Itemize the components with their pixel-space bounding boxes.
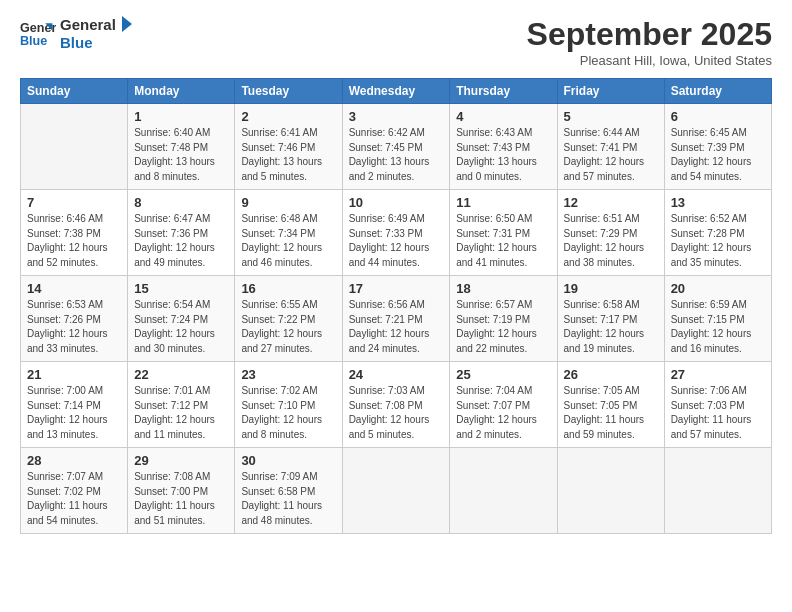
- day-info: Sunrise: 6:58 AM Sunset: 7:17 PM Dayligh…: [564, 298, 658, 356]
- day-number: 14: [27, 281, 121, 296]
- logo-icon: General Blue: [20, 16, 56, 52]
- day-header-saturday: Saturday: [664, 79, 771, 104]
- day-info: Sunrise: 6:56 AM Sunset: 7:21 PM Dayligh…: [349, 298, 444, 356]
- day-info: Sunrise: 6:47 AM Sunset: 7:36 PM Dayligh…: [134, 212, 228, 270]
- day-info: Sunrise: 7:07 AM Sunset: 7:02 PM Dayligh…: [27, 470, 121, 528]
- day-info: Sunrise: 6:43 AM Sunset: 7:43 PM Dayligh…: [456, 126, 550, 184]
- calendar-week-3: 14Sunrise: 6:53 AM Sunset: 7:26 PM Dayli…: [21, 276, 772, 362]
- day-number: 17: [349, 281, 444, 296]
- day-info: Sunrise: 6:51 AM Sunset: 7:29 PM Dayligh…: [564, 212, 658, 270]
- calendar-cell: 10Sunrise: 6:49 AM Sunset: 7:33 PM Dayli…: [342, 190, 450, 276]
- day-number: 3: [349, 109, 444, 124]
- day-info: Sunrise: 7:06 AM Sunset: 7:03 PM Dayligh…: [671, 384, 765, 442]
- calendar-header-row: SundayMondayTuesdayWednesdayThursdayFrid…: [21, 79, 772, 104]
- calendar-cell: 30Sunrise: 7:09 AM Sunset: 6:58 PM Dayli…: [235, 448, 342, 534]
- day-info: Sunrise: 6:54 AM Sunset: 7:24 PM Dayligh…: [134, 298, 228, 356]
- day-info: Sunrise: 7:02 AM Sunset: 7:10 PM Dayligh…: [241, 384, 335, 442]
- day-number: 15: [134, 281, 228, 296]
- day-info: Sunrise: 7:05 AM Sunset: 7:05 PM Dayligh…: [564, 384, 658, 442]
- day-info: Sunrise: 7:03 AM Sunset: 7:08 PM Dayligh…: [349, 384, 444, 442]
- day-info: Sunrise: 6:59 AM Sunset: 7:15 PM Dayligh…: [671, 298, 765, 356]
- calendar-cell: 8Sunrise: 6:47 AM Sunset: 7:36 PM Daylig…: [128, 190, 235, 276]
- calendar-cell: 4Sunrise: 6:43 AM Sunset: 7:43 PM Daylig…: [450, 104, 557, 190]
- day-number: 22: [134, 367, 228, 382]
- day-number: 21: [27, 367, 121, 382]
- day-number: 19: [564, 281, 658, 296]
- day-info: Sunrise: 7:00 AM Sunset: 7:14 PM Dayligh…: [27, 384, 121, 442]
- calendar-cell: [342, 448, 450, 534]
- logo: General Blue General Blue: [20, 16, 132, 52]
- location: Pleasant Hill, Iowa, United States: [527, 53, 772, 68]
- day-number: 8: [134, 195, 228, 210]
- day-info: Sunrise: 6:55 AM Sunset: 7:22 PM Dayligh…: [241, 298, 335, 356]
- day-info: Sunrise: 6:46 AM Sunset: 7:38 PM Dayligh…: [27, 212, 121, 270]
- calendar-cell: 12Sunrise: 6:51 AM Sunset: 7:29 PM Dayli…: [557, 190, 664, 276]
- calendar-cell: 16Sunrise: 6:55 AM Sunset: 7:22 PM Dayli…: [235, 276, 342, 362]
- calendar-cell: 27Sunrise: 7:06 AM Sunset: 7:03 PM Dayli…: [664, 362, 771, 448]
- day-number: 9: [241, 195, 335, 210]
- calendar-cell: 3Sunrise: 6:42 AM Sunset: 7:45 PM Daylig…: [342, 104, 450, 190]
- page-header: General Blue General Blue September 2025…: [20, 16, 772, 68]
- calendar-cell: 9Sunrise: 6:48 AM Sunset: 7:34 PM Daylig…: [235, 190, 342, 276]
- calendar-cell: [557, 448, 664, 534]
- svg-text:Blue: Blue: [20, 34, 47, 48]
- day-number: 10: [349, 195, 444, 210]
- svg-marker-3: [122, 16, 132, 32]
- calendar-cell: 7Sunrise: 6:46 AM Sunset: 7:38 PM Daylig…: [21, 190, 128, 276]
- calendar-cell: 18Sunrise: 6:57 AM Sunset: 7:19 PM Dayli…: [450, 276, 557, 362]
- calendar-cell: 26Sunrise: 7:05 AM Sunset: 7:05 PM Dayli…: [557, 362, 664, 448]
- day-info: Sunrise: 6:41 AM Sunset: 7:46 PM Dayligh…: [241, 126, 335, 184]
- day-info: Sunrise: 7:04 AM Sunset: 7:07 PM Dayligh…: [456, 384, 550, 442]
- calendar-cell: 1Sunrise: 6:40 AM Sunset: 7:48 PM Daylig…: [128, 104, 235, 190]
- day-info: Sunrise: 6:53 AM Sunset: 7:26 PM Dayligh…: [27, 298, 121, 356]
- calendar-cell: 24Sunrise: 7:03 AM Sunset: 7:08 PM Dayli…: [342, 362, 450, 448]
- day-info: Sunrise: 6:40 AM Sunset: 7:48 PM Dayligh…: [134, 126, 228, 184]
- day-number: 6: [671, 109, 765, 124]
- day-number: 13: [671, 195, 765, 210]
- calendar-cell: 17Sunrise: 6:56 AM Sunset: 7:21 PM Dayli…: [342, 276, 450, 362]
- calendar-cell: 29Sunrise: 7:08 AM Sunset: 7:00 PM Dayli…: [128, 448, 235, 534]
- calendar-week-1: 1Sunrise: 6:40 AM Sunset: 7:48 PM Daylig…: [21, 104, 772, 190]
- day-number: 28: [27, 453, 121, 468]
- calendar-cell: [664, 448, 771, 534]
- calendar-body: 1Sunrise: 6:40 AM Sunset: 7:48 PM Daylig…: [21, 104, 772, 534]
- calendar-cell: 2Sunrise: 6:41 AM Sunset: 7:46 PM Daylig…: [235, 104, 342, 190]
- day-info: Sunrise: 6:45 AM Sunset: 7:39 PM Dayligh…: [671, 126, 765, 184]
- calendar-cell: 19Sunrise: 6:58 AM Sunset: 7:17 PM Dayli…: [557, 276, 664, 362]
- day-header-thursday: Thursday: [450, 79, 557, 104]
- calendar-cell: 15Sunrise: 6:54 AM Sunset: 7:24 PM Dayli…: [128, 276, 235, 362]
- day-number: 12: [564, 195, 658, 210]
- day-number: 16: [241, 281, 335, 296]
- calendar-cell: 28Sunrise: 7:07 AM Sunset: 7:02 PM Dayli…: [21, 448, 128, 534]
- day-number: 24: [349, 367, 444, 382]
- day-header-friday: Friday: [557, 79, 664, 104]
- calendar-cell: 11Sunrise: 6:50 AM Sunset: 7:31 PM Dayli…: [450, 190, 557, 276]
- calendar-table: SundayMondayTuesdayWednesdayThursdayFrid…: [20, 78, 772, 534]
- day-number: 25: [456, 367, 550, 382]
- day-info: Sunrise: 7:01 AM Sunset: 7:12 PM Dayligh…: [134, 384, 228, 442]
- day-header-wednesday: Wednesday: [342, 79, 450, 104]
- calendar-week-2: 7Sunrise: 6:46 AM Sunset: 7:38 PM Daylig…: [21, 190, 772, 276]
- calendar-cell: 6Sunrise: 6:45 AM Sunset: 7:39 PM Daylig…: [664, 104, 771, 190]
- calendar-cell: 22Sunrise: 7:01 AM Sunset: 7:12 PM Dayli…: [128, 362, 235, 448]
- day-number: 20: [671, 281, 765, 296]
- day-info: Sunrise: 6:49 AM Sunset: 7:33 PM Dayligh…: [349, 212, 444, 270]
- day-number: 2: [241, 109, 335, 124]
- day-number: 5: [564, 109, 658, 124]
- day-number: 18: [456, 281, 550, 296]
- calendar-cell: 14Sunrise: 6:53 AM Sunset: 7:26 PM Dayli…: [21, 276, 128, 362]
- day-number: 4: [456, 109, 550, 124]
- title-block: September 2025 Pleasant Hill, Iowa, Unit…: [527, 16, 772, 68]
- calendar-cell: [21, 104, 128, 190]
- day-number: 29: [134, 453, 228, 468]
- calendar-cell: 25Sunrise: 7:04 AM Sunset: 7:07 PM Dayli…: [450, 362, 557, 448]
- calendar-cell: 21Sunrise: 7:00 AM Sunset: 7:14 PM Dayli…: [21, 362, 128, 448]
- calendar-cell: 20Sunrise: 6:59 AM Sunset: 7:15 PM Dayli…: [664, 276, 771, 362]
- day-number: 23: [241, 367, 335, 382]
- day-info: Sunrise: 6:48 AM Sunset: 7:34 PM Dayligh…: [241, 212, 335, 270]
- day-header-tuesday: Tuesday: [235, 79, 342, 104]
- day-number: 7: [27, 195, 121, 210]
- calendar-cell: [450, 448, 557, 534]
- calendar-cell: 23Sunrise: 7:02 AM Sunset: 7:10 PM Dayli…: [235, 362, 342, 448]
- logo-flag-icon: [112, 16, 132, 44]
